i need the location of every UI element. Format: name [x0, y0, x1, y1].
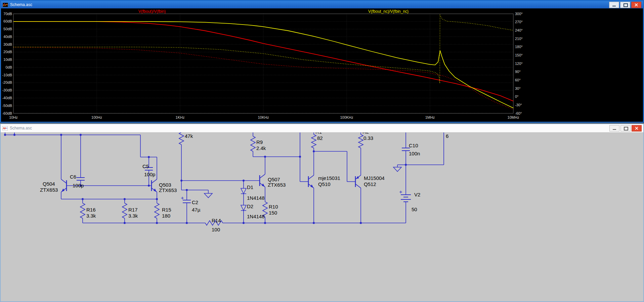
ground-symbol[interactable]	[204, 193, 212, 198]
window-controls	[609, 125, 642, 131]
junction-dot	[186, 222, 188, 224]
junction-dot	[186, 189, 188, 191]
junction-dot	[148, 185, 150, 187]
resistor-symbol[interactable]	[179, 133, 184, 145]
resistor-symbol[interactable]	[80, 203, 85, 218]
transistor-arrow	[262, 184, 265, 187]
schematic-window-title: Schema.asc	[10, 126, 32, 130]
transistor-arrow	[61, 189, 65, 192]
transistor-arrow	[356, 176, 359, 179]
junction-dot	[313, 222, 315, 224]
transistor-arrow	[154, 189, 157, 192]
junction-dot	[360, 222, 362, 224]
schematic-titlebar[interactable]: Schema.asc	[1, 124, 643, 133]
diode-symbol[interactable]	[241, 205, 246, 211]
resistor-symbol[interactable]	[358, 135, 363, 148]
minimize-button[interactable]	[609, 125, 619, 131]
junction-dot	[243, 180, 245, 182]
resistor-symbol[interactable]	[155, 203, 159, 218]
junction-dot	[13, 134, 15, 136]
junction-dot	[156, 198, 158, 200]
resistor-symbol[interactable]	[205, 221, 223, 225]
junction-dot	[80, 185, 82, 187]
schematic-window-icon[interactable]	[2, 126, 8, 130]
junction-dot	[82, 198, 84, 200]
junction-dot	[124, 198, 126, 200]
transistor-collector[interactable]	[308, 175, 314, 179]
schematic-drawing	[1, 133, 643, 301]
junction-dot	[4, 134, 6, 136]
transistor-collector[interactable]	[260, 174, 265, 178]
minimize-icon	[613, 129, 616, 130]
junction-dot	[264, 222, 266, 224]
resistor-symbol[interactable]	[122, 203, 127, 218]
junction-dot	[80, 134, 82, 136]
transistor-emitter[interactable]	[355, 184, 361, 188]
schematic-canvas[interactable]: 47kR92.4kR182R20.336C10100nC5100pC6100pQ…	[1, 133, 643, 301]
junction-dot	[313, 150, 315, 152]
junction-dot	[60, 134, 62, 136]
trace-magnitude_dB-2	[13, 22, 513, 108]
diode-symbol[interactable]	[241, 188, 246, 194]
waveform-window: Schema.asc V(fbout)/V(fbin) V(fbout_nc)/…	[0, 0, 644, 123]
junction-dot	[148, 156, 150, 158]
junction-dot	[243, 222, 245, 224]
junction-dot	[156, 222, 158, 224]
resistor-symbol[interactable]	[251, 136, 255, 151]
close-button[interactable]	[632, 125, 642, 131]
junction-dot	[264, 156, 266, 158]
maximize-button[interactable]	[620, 125, 631, 131]
maximize-icon	[624, 127, 628, 130]
junction-dot	[299, 156, 301, 158]
transistor-collector[interactable]	[152, 179, 157, 183]
ground-symbol[interactable]	[393, 167, 401, 172]
bode-plot	[0, 0, 644, 123]
schematic-window: Schema.asc 47kR92.4kR182R20.336C10100nC5…	[0, 123, 644, 302]
junction-dot	[405, 164, 407, 166]
resistor-symbol[interactable]	[263, 202, 267, 217]
transistor-arrow	[310, 185, 313, 188]
transistor-collector[interactable]	[61, 179, 67, 183]
junction-dot	[180, 180, 182, 182]
junction-dot	[124, 222, 126, 224]
resistor-symbol[interactable]	[311, 135, 316, 148]
